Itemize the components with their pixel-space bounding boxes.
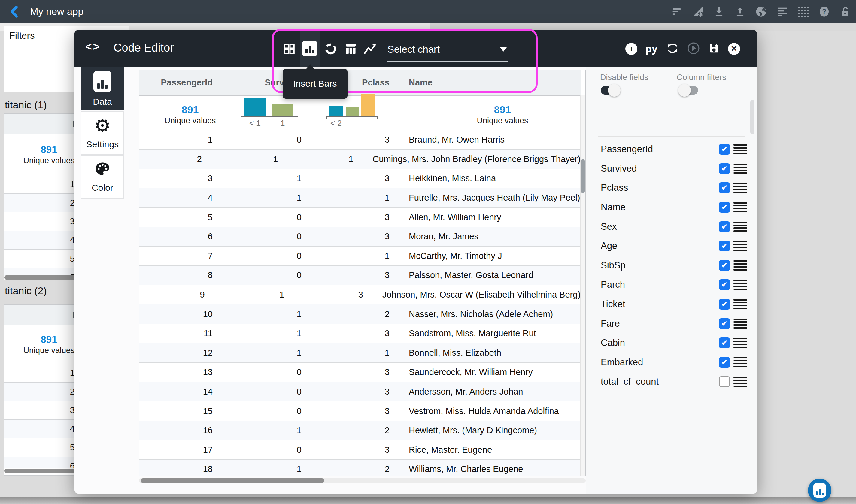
column-filters-toggle[interactable] bbox=[679, 86, 698, 94]
table-cell: 3 bbox=[304, 406, 396, 416]
field-label: Ticket bbox=[601, 299, 719, 310]
data-grid: PassengerId Survived Pclass Name 891 Uni… bbox=[139, 70, 586, 476]
unique-count-label: Unique values bbox=[463, 116, 542, 125]
grid-hscrollbar-thumb[interactable] bbox=[140, 478, 324, 483]
chart-fab-button[interactable] bbox=[808, 479, 832, 502]
field-row: Survived bbox=[586, 159, 757, 179]
select-chart-dropdown[interactable]: Select chart bbox=[388, 44, 440, 55]
table-row: 1211Bonnell, Miss. Elizabeth bbox=[139, 343, 581, 363]
field-menu-icon[interactable] bbox=[734, 357, 747, 367]
grid-vscrollbar[interactable] bbox=[580, 95, 585, 476]
code-icon: <> bbox=[85, 40, 101, 53]
field-checkbox[interactable] bbox=[719, 279, 730, 290]
table-cell: Johnson, Mrs. Oscar W (Elisabeth Vilhelm… bbox=[370, 290, 581, 300]
field-checkbox[interactable] bbox=[719, 182, 730, 193]
palette-icon bbox=[94, 161, 110, 179]
back-chevron-icon[interactable] bbox=[8, 5, 22, 19]
col-header-passengerid[interactable]: PassengerId bbox=[139, 78, 215, 88]
grid-dots-icon[interactable] bbox=[797, 6, 809, 18]
close-icon[interactable]: ✕ bbox=[728, 43, 740, 55]
tab-label: Color bbox=[91, 183, 113, 193]
field-checkbox[interactable] bbox=[719, 338, 730, 348]
field-menu-icon[interactable] bbox=[734, 163, 747, 174]
table-cell: Braund, Mr. Owen Harris bbox=[396, 135, 581, 145]
table-row: 1812Williams, Mr. Charles Eugene bbox=[139, 460, 581, 476]
field-checkbox[interactable] bbox=[719, 318, 730, 329]
field-checkbox[interactable] bbox=[719, 240, 730, 251]
field-menu-icon[interactable] bbox=[734, 260, 747, 271]
lock-open-icon[interactable] bbox=[839, 6, 851, 18]
panel-scrollbar-thumb[interactable] bbox=[750, 100, 754, 134]
insert-bars-tooltip: Insert Bars bbox=[283, 69, 347, 99]
tab-data[interactable]: Data bbox=[81, 67, 124, 110]
page-bottom-scrollbar[interactable] bbox=[0, 497, 856, 504]
align-left-icon[interactable] bbox=[776, 6, 788, 18]
chevron-down-icon[interactable] bbox=[500, 48, 507, 52]
insert-donut-icon[interactable] bbox=[324, 42, 337, 55]
field-menu-icon[interactable] bbox=[734, 319, 747, 329]
help-icon[interactable]: ? bbox=[818, 6, 830, 18]
insert-bars-icon[interactable] bbox=[302, 41, 318, 56]
table-row: 1403Andersson, Mr. Anders Johan bbox=[139, 382, 581, 402]
tab-color[interactable]: Color bbox=[81, 156, 124, 199]
sync-icon[interactable] bbox=[666, 42, 679, 56]
grid-hscrollbar[interactable] bbox=[139, 478, 586, 483]
field-checkbox[interactable] bbox=[719, 376, 730, 387]
download-icon[interactable] bbox=[713, 6, 725, 18]
field-menu-icon[interactable] bbox=[734, 377, 747, 387]
field-checkbox[interactable] bbox=[719, 202, 730, 213]
upload-icon[interactable] bbox=[734, 6, 746, 18]
chart-settings-icon[interactable] bbox=[692, 6, 704, 18]
grid-vscrollbar-thumb[interactable] bbox=[581, 159, 585, 193]
save-icon[interactable] bbox=[708, 42, 720, 55]
field-menu-icon[interactable] bbox=[734, 202, 747, 212]
field-checkbox[interactable] bbox=[719, 299, 730, 310]
table-cell: 0 bbox=[215, 135, 304, 145]
field-menu-icon[interactable] bbox=[734, 144, 747, 154]
table-cell: 3 bbox=[304, 367, 396, 377]
col-header-name[interactable]: Name bbox=[396, 78, 581, 88]
field-menu-icon[interactable] bbox=[734, 241, 747, 251]
insert-table-icon[interactable] bbox=[344, 42, 357, 55]
table-cell: Vestrom, Miss. Hulda Amanda Adolfina bbox=[396, 406, 581, 416]
field-row: Age bbox=[586, 236, 757, 256]
field-menu-icon[interactable] bbox=[734, 222, 747, 232]
disable-fields-toggle[interactable] bbox=[601, 86, 619, 94]
field-checkbox[interactable] bbox=[719, 260, 730, 271]
table-cell: 3 bbox=[304, 387, 396, 397]
table-row: 313Heikkinen, Miss. Laina bbox=[139, 169, 581, 188]
field-checkbox[interactable] bbox=[719, 221, 730, 232]
field-menu-icon[interactable] bbox=[734, 280, 747, 290]
histogram-bar bbox=[329, 106, 343, 116]
field-label: Fare bbox=[601, 318, 719, 329]
insert-line-icon[interactable] bbox=[363, 42, 377, 56]
filter-icon[interactable] bbox=[671, 6, 683, 18]
insert-grid-icon[interactable] bbox=[283, 42, 295, 55]
globe-icon[interactable] bbox=[755, 6, 767, 18]
table-cell: 17 bbox=[139, 445, 215, 455]
field-menu-icon[interactable] bbox=[734, 299, 747, 309]
python-icon[interactable]: py bbox=[646, 43, 658, 55]
table-cell: Futrelle, Mrs. Jacques Heath (Lily May P… bbox=[396, 193, 581, 203]
field-row: Cabin bbox=[586, 333, 757, 353]
table-cell: 6 bbox=[139, 232, 215, 241]
table-cell: Williams, Mr. Charles Eugene bbox=[396, 464, 581, 474]
table-cell: 1 bbox=[215, 174, 304, 183]
table-row: 701McCarthy, Mr. Timothy J bbox=[139, 247, 581, 266]
table-cell: 3 bbox=[139, 174, 215, 183]
field-label: total_cf_count bbox=[601, 376, 719, 387]
field-menu-icon[interactable] bbox=[734, 183, 747, 193]
field-menu-icon[interactable] bbox=[734, 338, 747, 348]
table-cell: Palsson, Master. Gosta Leonard bbox=[396, 270, 581, 280]
field-label: Parch bbox=[601, 279, 719, 290]
app-title: My new app bbox=[30, 6, 84, 17]
tab-settings[interactable]: ⚙ Settings bbox=[81, 111, 124, 155]
table-cell: 1 bbox=[280, 154, 360, 164]
field-checkbox[interactable] bbox=[719, 357, 730, 368]
field-row: Embarked bbox=[586, 353, 757, 372]
field-checkbox[interactable] bbox=[719, 144, 730, 155]
info-icon[interactable]: i bbox=[625, 43, 637, 55]
histogram-bar bbox=[244, 98, 266, 116]
field-checkbox[interactable] bbox=[719, 163, 730, 174]
run-icon[interactable] bbox=[687, 42, 700, 56]
